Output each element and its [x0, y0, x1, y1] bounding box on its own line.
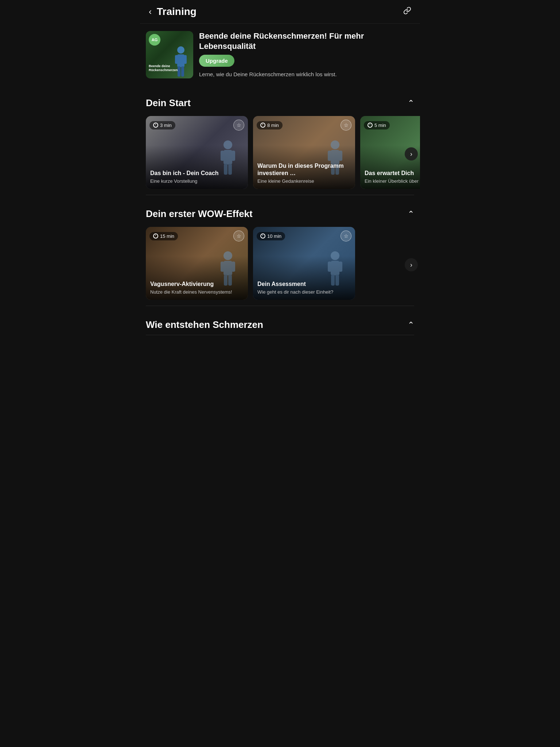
card-subtitle-coach: Eine kurze Vorstellung — [150, 178, 244, 185]
duration-label: 8 min — [267, 123, 279, 128]
card-subtitle-vagus: Nutze die Kraft deines Nervensystems! — [150, 289, 244, 295]
back-button[interactable]: ‹ — [147, 6, 153, 18]
clock-icon — [260, 233, 265, 239]
section-divider — [146, 335, 414, 335]
favorite-button-vagus[interactable]: ☆ — [233, 231, 244, 241]
scroll-arrow-wow-effekt[interactable]: › — [405, 258, 418, 271]
svg-point-12 — [331, 140, 339, 149]
card-image-vagus: 15 min ☆ — [146, 227, 248, 300]
page-title: Training — [157, 6, 197, 18]
card-invest[interactable]: 8 min ☆ — [253, 116, 355, 189]
card-title-coach: Das bin ich - Dein Coach — [150, 170, 244, 177]
app-header: ‹ Training — [140, 0, 420, 24]
favorite-button-invest[interactable]: ☆ — [341, 120, 351, 131]
card-duration: 3 min — [149, 121, 175, 129]
section-dein-start: Dein Start ⌃ 3 min ☆ — [140, 93, 420, 195]
section-title-dein-start: Dein Start — [146, 97, 191, 109]
upgrade-button[interactable]: Upgrade — [199, 55, 234, 67]
card-title-expect: Das erwartet Dich — [365, 170, 420, 177]
card-subtitle-invest: Eine kleine Gedankenreise — [257, 178, 351, 185]
scroll-arrow-dein-start[interactable]: › — [405, 147, 418, 160]
svg-rect-1 — [177, 54, 184, 67]
thumbnail-inner: AG Beende deine Rückenschmerzen — [146, 31, 193, 78]
favorite-button-coach[interactable]: ☆ — [233, 120, 244, 131]
chevron-right-icon: › — [410, 150, 412, 158]
star-icon: ☆ — [237, 122, 241, 128]
card-coach[interactable]: 3 min ☆ — [146, 116, 248, 189]
clock-icon — [260, 123, 265, 128]
card-duration: 10 min — [257, 232, 285, 240]
header-left: ‹ Training — [147, 6, 197, 18]
card-subtitle-expect: Ein kleiner Überblick über dein Programm — [365, 178, 420, 185]
brand-logo: AG — [149, 34, 160, 46]
duration-label: 10 min — [267, 233, 281, 239]
duration-label: 3 min — [160, 123, 172, 128]
card-body: Das bin ich - Dein Coach Eine kurze Vors… — [146, 166, 248, 189]
svg-rect-25 — [223, 261, 232, 275]
scroll-section-wow-effekt: 15 min ☆ — [140, 224, 420, 306]
card-body: Warum Du in dieses Programm investieren … — [253, 159, 355, 189]
scroll-section-dein-start: 3 min ☆ — [140, 113, 420, 195]
favorite-button-assess[interactable]: ☆ — [341, 231, 351, 241]
svg-rect-32 — [328, 262, 331, 272]
section-title-schmerzen: Wie entstehen Schmerzen — [146, 319, 263, 330]
card-top-bar: 5 min ☆ — [364, 120, 420, 131]
svg-rect-33 — [339, 262, 342, 272]
section-schmerzen: Wie entstehen Schmerzen ⌃ — [140, 315, 420, 335]
course-thumbnail[interactable]: AG Beende deine Rückenschmerzen — [146, 31, 193, 78]
card-body: Vagusnerv-Aktivierung Nutze die Kraft de… — [146, 277, 248, 300]
section-divider — [146, 306, 414, 306]
duration-label: 15 min — [160, 233, 174, 239]
svg-rect-31 — [331, 261, 339, 275]
card-top-bar: 8 min ☆ — [257, 120, 351, 131]
star-icon: ☆ — [344, 122, 349, 128]
share-button[interactable] — [402, 5, 413, 18]
chevron-up-icon: ⌃ — [408, 320, 414, 330]
svg-point-24 — [223, 251, 232, 260]
svg-point-6 — [223, 140, 232, 149]
clock-icon — [153, 233, 158, 239]
svg-rect-4 — [178, 66, 180, 77]
svg-rect-8 — [221, 151, 224, 161]
hero-section: AG Beende deine Rückenschmerzen Beende d… — [140, 24, 420, 84]
section-title-wow-effekt: Dein erster WOW-Effekt — [146, 208, 253, 220]
svg-point-0 — [177, 46, 184, 54]
svg-rect-26 — [221, 262, 224, 272]
card-vagus[interactable]: 15 min ☆ — [146, 227, 248, 300]
card-subtitle-assess: Wie geht es dir nach dieser Einheit? — [257, 289, 351, 295]
section-header-schmerzen[interactable]: Wie entstehen Schmerzen ⌃ — [140, 315, 420, 335]
card-top-bar: 15 min ☆ — [149, 231, 244, 241]
svg-rect-9 — [232, 151, 235, 161]
card-assess[interactable]: 10 min ☆ — [253, 227, 355, 300]
card-title-assess: Dein Assessment — [257, 280, 351, 288]
svg-rect-7 — [223, 150, 232, 165]
svg-rect-2 — [175, 55, 178, 64]
section-header-dein-start[interactable]: Dein Start ⌃ — [140, 93, 420, 113]
card-duration: 8 min — [257, 121, 283, 129]
sections-container: Dein Start ⌃ 3 min ☆ — [140, 93, 420, 335]
chevron-right-icon: › — [410, 261, 412, 269]
card-duration: 5 min — [364, 121, 390, 129]
chevron-up-icon: ⌃ — [408, 98, 414, 108]
card-top-bar: 3 min ☆ — [149, 120, 244, 131]
card-image-invest: 8 min ☆ — [253, 116, 355, 189]
chevron-up-icon: ⌃ — [408, 209, 414, 219]
section-header-wow-effekt[interactable]: Dein erster WOW-Effekt ⌃ — [140, 204, 420, 224]
cards-scroll-dein-start[interactable]: 3 min ☆ — [140, 113, 420, 195]
svg-rect-3 — [184, 55, 187, 64]
clock-icon — [368, 123, 373, 128]
star-icon: ☆ — [237, 233, 241, 239]
card-top-bar: 10 min ☆ — [257, 231, 351, 241]
svg-rect-5 — [181, 66, 184, 77]
thumbnail-figure — [170, 46, 192, 78]
hero-title: Beende deine Rückenschmerzen! Für mehr L… — [199, 31, 414, 51]
cards-scroll-wow-effekt[interactable]: 15 min ☆ — [140, 224, 420, 306]
svg-rect-27 — [232, 262, 235, 272]
card-image-assess: 10 min ☆ — [253, 227, 355, 300]
hero-info: Beende deine Rückenschmerzen! Für mehr L… — [199, 31, 414, 78]
card-duration: 15 min — [149, 232, 178, 240]
card-image-coach: 3 min ☆ — [146, 116, 248, 189]
card-body: Das erwartet Dich Ein kleiner Überblick … — [360, 166, 420, 189]
clock-icon — [153, 123, 158, 128]
section-wow-effekt: Dein erster WOW-Effekt ⌃ 15 min ☆ — [140, 204, 420, 306]
